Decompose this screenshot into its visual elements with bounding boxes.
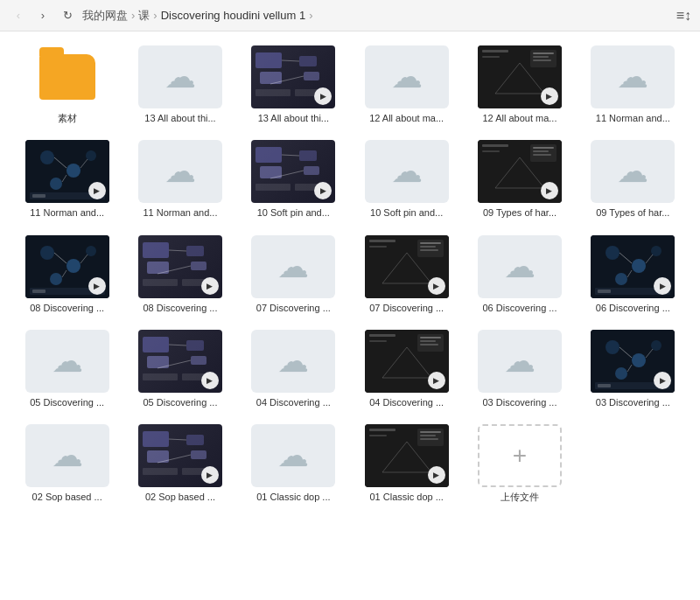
file-item[interactable]: ▶11 Norman and... — [14, 136, 120, 222]
file-label: 07 Discovering ... — [256, 302, 331, 314]
file-label: 02 Sop based ... — [32, 491, 102, 503]
file-item[interactable]: ☁09 Types of har... — [580, 136, 686, 222]
svg-rect-10 — [482, 50, 508, 52]
file-item[interactable]: ▶09 Types of har... — [466, 136, 572, 222]
svg-rect-51 — [32, 290, 46, 293]
file-label: 10 Soft pin and... — [257, 206, 330, 219]
svg-line-82 — [169, 345, 186, 345]
breadcrumb-current[interactable]: Discovering houdini vellum 1 — [161, 9, 305, 22]
svg-rect-106 — [186, 435, 204, 445]
file-label: 03 Discovering ... — [596, 396, 670, 408]
svg-rect-62 — [369, 240, 396, 242]
svg-rect-91 — [420, 337, 441, 338]
breadcrumb-root[interactable]: 我的网盘 — [82, 8, 128, 24]
file-label: 素材 — [58, 112, 77, 124]
svg-rect-65 — [420, 242, 441, 244]
file-item[interactable]: ☁11 Norman and... — [580, 42, 686, 128]
file-item[interactable]: 素材 — [14, 42, 120, 128]
file-item[interactable]: ☁10 Soft pin and... — [354, 136, 459, 222]
file-item[interactable]: ▶04 Discovering ... — [354, 326, 459, 412]
file-item[interactable]: ☁12 All about ma... — [354, 42, 459, 128]
svg-rect-92 — [420, 340, 436, 342]
file-item[interactable]: ☁04 Discovering ... — [241, 326, 346, 412]
svg-point-43 — [40, 246, 54, 260]
svg-rect-2 — [299, 56, 317, 66]
file-item[interactable]: ☁03 Discovering ... — [466, 326, 572, 412]
svg-rect-103 — [598, 384, 611, 387]
svg-rect-77 — [598, 290, 611, 293]
file-item[interactable]: ▶03 Discovering ... — [580, 326, 686, 412]
file-item[interactable]: ☁02 Sop based ... — [14, 421, 120, 506]
svg-rect-14 — [533, 56, 549, 58]
file-label: 03 Discovering ... — [483, 396, 557, 408]
svg-rect-80 — [186, 340, 204, 351]
svg-rect-67 — [420, 249, 438, 251]
svg-point-95 — [606, 340, 620, 354]
file-item[interactable]: ☁11 Norman and... — [127, 136, 233, 222]
file-item[interactable]: ☁01 Classic dop ... — [241, 421, 346, 506]
back-button[interactable]: ‹ — [9, 6, 28, 25]
svg-rect-26 — [256, 147, 282, 163]
file-item[interactable]: +上传文件 — [466, 421, 572, 506]
svg-rect-66 — [420, 246, 436, 248]
toolbar: ‹ › ↻ 我的网盘 › 课 › Discovering houdini vel… — [0, 0, 700, 31]
view-toggle-icon[interactable]: ≡↕ — [676, 8, 691, 24]
file-label: 13 All about thi... — [258, 112, 329, 124]
breadcrumb-course[interactable]: 课 — [138, 8, 150, 24]
file-item[interactable]: ▶02 Sop based ... — [127, 421, 233, 506]
file-item[interactable]: ☁07 Discovering ... — [241, 232, 346, 317]
file-item[interactable]: ▶08 Discovering ... — [127, 232, 233, 317]
file-item[interactable]: ☁13 All about thi... — [127, 42, 233, 128]
svg-rect-89 — [369, 340, 387, 342]
file-label: 02 Sop based ... — [145, 491, 215, 503]
file-item[interactable]: ▶01 Classic dop ... — [354, 421, 459, 506]
file-label: 08 Discovering ... — [30, 302, 104, 314]
svg-rect-54 — [186, 246, 204, 256]
svg-rect-32 — [256, 184, 290, 191]
svg-rect-117 — [420, 431, 441, 433]
file-label: 上传文件 — [500, 491, 539, 503]
forward-button[interactable]: › — [33, 6, 52, 25]
file-label: 04 Discovering ... — [256, 396, 331, 408]
svg-point-69 — [606, 246, 620, 260]
breadcrumb: 我的网盘 › 课 › Discovering houdini vellum 1 … — [82, 8, 671, 24]
svg-rect-0 — [256, 52, 282, 68]
svg-rect-11 — [482, 56, 500, 58]
svg-point-98 — [615, 367, 627, 380]
file-label: 04 Discovering ... — [369, 396, 444, 408]
svg-line-4 — [282, 60, 299, 61]
file-label: 10 Soft pin and... — [370, 206, 443, 219]
svg-point-44 — [66, 259, 80, 273]
svg-point-96 — [632, 353, 646, 367]
svg-rect-119 — [420, 438, 438, 440]
svg-rect-78 — [143, 337, 169, 352]
svg-rect-41 — [533, 154, 551, 156]
file-item[interactable]: ▶06 Discovering ... — [580, 232, 686, 317]
file-item[interactable]: ▶08 Discovering ... — [14, 232, 120, 317]
file-item[interactable]: ▶13 All about thi... — [241, 42, 346, 128]
file-label: 11 Norman and... — [596, 112, 670, 124]
svg-point-46 — [50, 273, 62, 285]
file-label: 01 Classic dop ... — [369, 491, 443, 503]
svg-rect-36 — [482, 144, 508, 147]
file-item[interactable]: ▶05 Discovering ... — [127, 326, 233, 412]
file-item[interactable]: ▶07 Discovering ... — [354, 232, 459, 317]
svg-rect-104 — [143, 431, 169, 447]
file-label: 11 Norman and... — [30, 206, 104, 219]
file-label: 11 Norman and... — [143, 206, 217, 219]
svg-point-70 — [632, 259, 646, 273]
file-label: 01 Classic dop ... — [256, 491, 330, 503]
refresh-button[interactable]: ↻ — [58, 6, 77, 25]
svg-line-108 — [169, 439, 186, 440]
svg-rect-3 — [304, 72, 319, 80]
svg-rect-25 — [32, 194, 46, 198]
svg-rect-115 — [369, 435, 387, 436]
svg-rect-118 — [420, 435, 436, 436]
file-item[interactable]: ▶12 All about ma... — [466, 42, 572, 128]
file-item[interactable]: ▶10 Soft pin and... — [241, 136, 346, 222]
svg-line-56 — [169, 250, 186, 251]
breadcrumb-sep-1: › — [131, 9, 135, 22]
file-item[interactable]: ☁05 Discovering ... — [14, 326, 120, 412]
file-item[interactable]: ☁06 Discovering ... — [466, 232, 572, 317]
svg-line-30 — [282, 155, 299, 156]
